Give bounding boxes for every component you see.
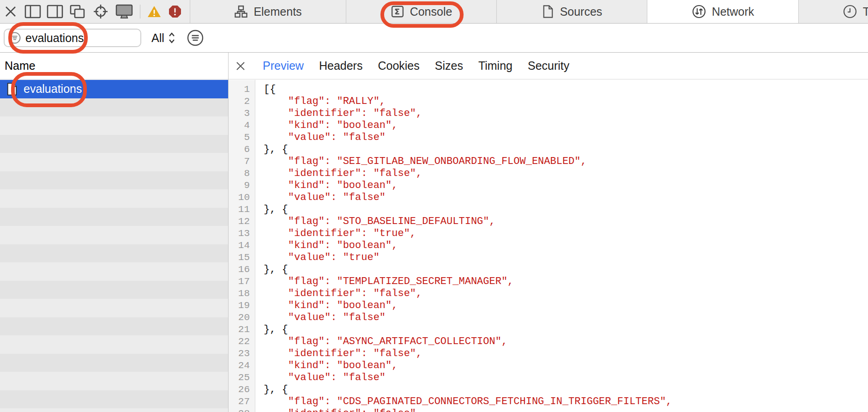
element-selection-button[interactable] [89,0,112,23]
line-number: 5 [229,132,255,144]
line-number: 4 [229,120,255,132]
line-number: 8 [229,168,255,180]
safari-web-inspector-window: Elements Console Sources Network T [0,0,868,412]
filter-lines-icon [9,32,21,44]
code-line: 14 "kind": "boolean", [229,240,868,252]
clock-icon [843,4,857,19]
detail-tab-sizes[interactable]: Sizes [435,59,463,73]
code-line: 20 "value": "false" [229,312,868,324]
resource-filter-input[interactable] [25,31,118,45]
tab-elements[interactable]: Elements [190,0,346,23]
line-number: 3 [229,108,255,120]
json-preview-pane[interactable]: 1[{2 "flag": "RALLY",3 "identifier": "fa… [229,80,868,412]
tab-timelines-partial[interactable]: T [799,0,868,23]
code-line: 6}, { [229,144,868,156]
request-list-stripe-row [0,116,228,135]
line-number: 16 [229,264,255,276]
code-line: 10 "value": "false" [229,192,868,204]
line-number: 15 [229,252,255,264]
detail-tab-timing[interactable]: Timing [478,59,512,73]
detail-tab-cookies[interactable]: Cookies [378,59,419,73]
code-line: 16}, { [229,264,868,276]
device-settings-button[interactable] [112,0,136,23]
document-icon [542,5,555,18]
console-icon [391,5,404,18]
line-number: 13 [229,228,255,240]
code-line: 23 "identifier": "false", [229,348,868,360]
line-number: 7 [229,156,255,168]
line-number: 19 [229,300,255,312]
tab-label: Console [410,5,452,18]
detail-tab-bar: Preview Headers Cookies Sizes Timing Sec… [229,53,868,79]
line-content: "identifier": "false", [255,108,422,120]
code-line: 8 "identifier": "false", [229,168,868,180]
request-list-stripe-row [0,262,228,281]
line-content: }, { [255,324,288,336]
line-number: 12 [229,216,255,228]
elements-icon [234,5,248,18]
line-content: }, { [255,204,288,216]
request-list-stripes [0,98,228,412]
line-number: 21 [229,324,255,336]
code-line: 24 "kind": "boolean", [229,360,868,372]
line-content: "value": "false" [255,372,386,384]
detail-tab-headers[interactable]: Headers [319,59,363,73]
json-code-lines: 1[{2 "flag": "RALLY",3 "identifier": "fa… [229,84,868,412]
request-list-stripe-row [0,244,228,263]
dock-bottom-button[interactable] [44,0,66,23]
code-line: 18 "identifier": "false", [229,288,868,300]
toolbar-separator [140,5,140,18]
line-content: "flag": "RALLY", [255,96,386,108]
code-line: 12 "flag": "STO_BASELINE_DEFAULTING", [229,216,868,228]
code-line: 2 "flag": "RALLY", [229,96,868,108]
detail-tab-security[interactable]: Security [528,59,569,73]
dock-side-button[interactable] [21,0,44,23]
line-number: 11 [229,204,255,216]
code-line: 7 "flag": "SEI_GITLAB_NEW_ONBOARDING_FLO… [229,156,868,168]
line-number: 2 [229,96,255,108]
warnings-button[interactable] [144,0,164,23]
request-list-stripe-row [0,281,228,299]
detail-tab-preview[interactable]: Preview [263,59,304,73]
line-number: 26 [229,384,255,396]
line-content: "value": "false" [255,312,386,324]
line-number: 14 [229,240,255,252]
filter-scope-popup[interactable]: All [151,24,175,52]
main-toolbar: Elements Console Sources Network T [0,0,868,24]
request-list-stripe-row [0,299,228,317]
code-line: 22 "flag": "ASYNC_ARTIFACT_COLLECTION", [229,336,868,348]
request-list-panel: Name evaluations [0,53,229,412]
tab-label: Network [712,5,754,18]
line-content: "value": "false" [255,132,386,144]
filter-options-button[interactable] [187,30,204,46]
line-number: 10 [229,192,255,204]
request-list-stripe-row [0,171,228,190]
code-line: 26}, { [229,384,868,396]
line-content: "kind": "boolean", [255,360,398,372]
line-number: 20 [229,312,255,324]
line-content: }, { [255,144,288,156]
line-content: "identifier": "false", [255,168,422,180]
tab-console[interactable]: Console [346,0,496,23]
code-line: 25 "value": "false" [229,372,868,384]
request-name: evaluations [24,82,82,96]
line-number: 17 [229,276,255,288]
resource-filter-field[interactable] [4,29,141,47]
request-list-stripe-row [0,153,228,171]
request-list-stripe-row [0,135,228,153]
tab-network[interactable]: Network [647,0,799,23]
toolbar-left-controls [0,0,186,23]
line-content: "kind": "boolean", [255,120,398,132]
tab-sources[interactable]: Sources [496,0,647,23]
undock-window-button[interactable] [66,0,89,23]
line-content: "flag": "TEMPLATIZED_SECRET_MANAGER", [255,276,513,288]
close-inspector-button[interactable] [0,0,21,23]
line-content: "kind": "boolean", [255,240,398,252]
name-column-header[interactable]: Name [0,53,228,79]
errors-button[interactable] [164,0,186,23]
resource-detail-panel: Preview Headers Cookies Sizes Timing Sec… [229,53,868,412]
request-row-evaluations[interactable]: evaluations [0,80,228,98]
line-content: }, { [255,384,288,396]
close-detail-button[interactable] [235,61,246,72]
crosshair-icon [93,4,108,19]
